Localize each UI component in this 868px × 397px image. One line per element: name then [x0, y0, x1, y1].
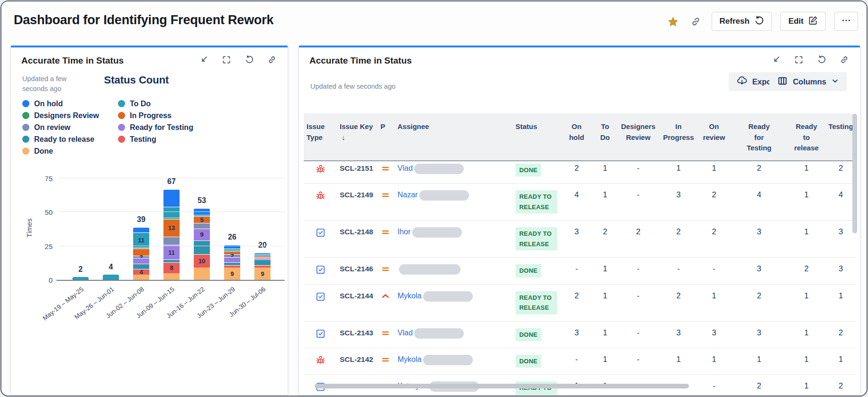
status-count-cell: - — [617, 190, 660, 199]
issue-key: SCL-2143 — [340, 329, 373, 337]
assignee-cell: Ihor — [395, 227, 513, 238]
edit-button[interactable]: Edit — [780, 12, 826, 31]
bar-segment[interactable] — [163, 207, 180, 218]
bar-segment[interactable]: 13 — [163, 219, 180, 237]
bar-segment[interactable] — [194, 223, 210, 228]
legend-item[interactable]: Ready for Testing — [118, 121, 193, 133]
expand-icon[interactable] — [221, 55, 232, 65]
bar-stack[interactable]: 9 — [254, 253, 271, 280]
bar-segment[interactable] — [163, 273, 180, 280]
issue-key-cell: SCL-2142 — [337, 355, 378, 364]
bar-stack[interactable] — [72, 277, 89, 280]
favorite-star-icon[interactable] — [666, 14, 680, 28]
refresh-button[interactable]: Refresh — [712, 12, 772, 31]
legend-item[interactable]: In Progress — [118, 110, 193, 121]
status-count-cell: 1 — [593, 164, 617, 173]
chart-gadget-controls — [199, 55, 277, 65]
legend-item[interactable]: Ready to release — [22, 133, 99, 145]
bar-segment[interactable]: 5 — [194, 216, 210, 223]
issue-type-cell — [304, 190, 337, 203]
bar-segment[interactable] — [103, 275, 119, 280]
status-badge: DONE — [515, 355, 541, 368]
column-header-ready-for-testing[interactable]: Ready for Testing — [731, 121, 787, 154]
link-gadget-icon[interactable] — [267, 55, 277, 65]
bar-stack[interactable]: 92 — [224, 245, 240, 280]
bar-stack[interactable]: 81113 — [163, 189, 180, 280]
issue-key: SCL-2144 — [340, 292, 373, 300]
bar-segment[interactable] — [224, 257, 240, 262]
collapse-icon[interactable] — [771, 55, 781, 65]
reload-gadget-icon[interactable] — [244, 55, 254, 65]
column-header-p[interactable]: P — [378, 121, 395, 132]
table-row[interactable]: SCL-2148IhorREADY TO RELEASE32222313 — [304, 221, 856, 258]
table-row[interactable]: SCL-2142MykolaDONE-1-11111 — [304, 348, 856, 375]
collapse-icon[interactable] — [199, 55, 209, 65]
column-header-in-progress[interactable]: In Progress — [660, 121, 697, 143]
table-row[interactable]: SCL-2143VladDONE31-33312 — [304, 322, 856, 348]
bar-stack[interactable]: 4211 — [133, 227, 149, 280]
bar-segment[interactable] — [163, 189, 180, 207]
bar-segment[interactable]: 9 — [224, 268, 240, 280]
priority-high-icon — [380, 294, 390, 303]
bar-segment[interactable] — [133, 227, 149, 232]
assignee-link[interactable]: Mykola — [398, 355, 422, 363]
link-gadget-icon[interactable] — [839, 55, 850, 65]
bar-segment[interactable] — [194, 268, 210, 280]
legend-item[interactable]: Done — [22, 145, 99, 157]
issue-key-cell: SCL-2146 — [337, 264, 378, 273]
bar-segment[interactable]: 10 — [194, 254, 210, 268]
column-header-issue-key[interactable]: Issue Key↓ — [337, 121, 378, 143]
assignee-link[interactable]: Vlad — [398, 164, 413, 172]
expand-icon[interactable] — [794, 55, 804, 65]
column-header-on-hold[interactable]: On hold — [560, 121, 593, 143]
column-header-assignee[interactable]: Assignee — [395, 121, 513, 132]
task-icon — [315, 291, 326, 304]
column-header-label: Issue Type — [307, 121, 327, 143]
horizontal-scrollbar[interactable] — [315, 384, 689, 388]
assignee-link[interactable]: Vlad — [398, 329, 413, 337]
bar-stack[interactable]: 1095 — [194, 208, 210, 280]
assignee-link[interactable]: Nazar — [398, 191, 418, 199]
bar-segment[interactable]: 8 — [163, 262, 180, 273]
column-header-to-do[interactable]: To Do — [593, 121, 617, 143]
column-header-issue-type[interactable]: Issue Type — [304, 121, 337, 143]
table-row[interactable]: SCL-2144MykolaREADY TO RELEASE21-21211 — [304, 285, 856, 322]
legend-item[interactable]: To Do — [118, 98, 193, 110]
assignee-link[interactable]: Ihor — [398, 228, 411, 236]
gridline — [58, 212, 285, 212]
column-header-on-review[interactable]: On review — [697, 121, 731, 143]
bug-icon — [315, 190, 326, 203]
table-row[interactable]: SCL-2151VladDONE21-11212 — [304, 157, 856, 184]
legend-item[interactable]: Testing — [118, 133, 193, 145]
more-button[interactable] — [834, 12, 858, 31]
bar-segment[interactable] — [163, 237, 180, 245]
table-row[interactable]: SCL-2149NazarREADY TO RELEASE41-32414 — [304, 184, 856, 221]
dashboard-actions: Refresh Edit — [666, 12, 858, 31]
bar-segment[interactable] — [72, 277, 89, 280]
redacted-assignee — [414, 164, 464, 174]
bar-segment[interactable]: 9 — [254, 268, 271, 280]
bar-segment[interactable] — [133, 258, 149, 263]
bar-segment[interactable] — [254, 259, 271, 265]
bar-stack[interactable] — [103, 275, 119, 280]
legend-item[interactable]: On review — [22, 121, 99, 133]
vertical-scrollbar[interactable] — [852, 114, 857, 233]
columns-button[interactable]: Columns — [769, 72, 847, 91]
legend-item[interactable]: On hold — [22, 98, 99, 110]
column-header-testing[interactable]: Testing — [825, 121, 856, 132]
share-link-icon[interactable] — [689, 14, 703, 28]
column-header-designers-review[interactable]: Designers Review — [617, 121, 660, 143]
bar-segment[interactable]: 9 — [194, 229, 210, 241]
status-count-cell: 1 — [787, 164, 825, 173]
reload-gadget-icon[interactable] — [816, 55, 827, 65]
bar-segment[interactable] — [133, 275, 149, 280]
column-header-ready-to-release[interactable]: Ready to release — [787, 121, 825, 154]
column-header-label: Testing — [828, 121, 853, 132]
table-row[interactable]: SCL-2146DONE-1---323 — [304, 258, 856, 284]
legend-item[interactable]: Designers Review — [22, 110, 99, 121]
column-header-status[interactable]: Status — [513, 121, 560, 132]
bar-segment[interactable] — [194, 240, 210, 254]
bar-segment[interactable]: 4 — [133, 269, 149, 274]
assignee-link[interactable]: Mykola — [398, 292, 422, 300]
bar-segment[interactable]: 11 — [163, 245, 180, 259]
